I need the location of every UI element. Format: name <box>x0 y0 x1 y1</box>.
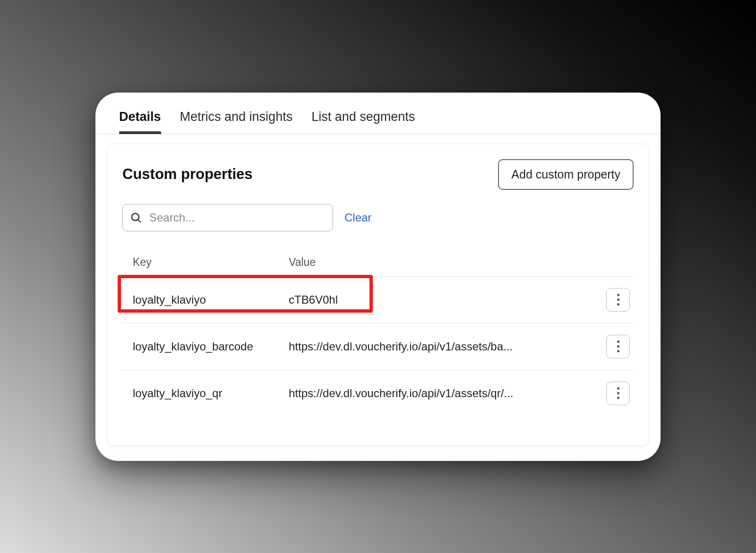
col-header-key: Key <box>133 256 289 269</box>
cell-value: cTB6V0hl <box>289 293 606 306</box>
table-row[interactable]: loyalty_klaviyo cTB6V0hl <box>122 277 634 323</box>
tab-metrics[interactable]: Metrics and insights <box>180 110 293 134</box>
clear-link[interactable]: Clear <box>344 211 371 224</box>
panel-title: Custom properties <box>122 166 253 183</box>
kebab-icon <box>617 294 619 306</box>
cell-key: loyalty_klaviyo <box>133 293 289 306</box>
app-card: Details Metrics and insights List and se… <box>95 93 661 461</box>
kebab-icon <box>617 340 619 352</box>
row-menu-button[interactable] <box>606 335 630 358</box>
row-menu-button[interactable] <box>606 382 630 405</box>
search-wrap <box>122 204 333 231</box>
add-custom-property-button[interactable]: Add custom property <box>498 159 634 190</box>
cell-value: https://dev.dl.voucherify.io/api/v1/asse… <box>289 387 606 400</box>
panel-header: Custom properties Add custom property <box>122 159 634 190</box>
row-menu-button[interactable] <box>606 288 630 312</box>
tabs: Details Metrics and insights List and se… <box>95 93 661 134</box>
search-icon <box>130 212 142 224</box>
table-header: Key Value <box>122 248 634 277</box>
svg-point-0 <box>132 213 139 220</box>
cell-value: https://dev.dl.voucherify.io/api/v1/asse… <box>289 340 606 353</box>
col-header-value: Value <box>289 256 623 269</box>
search-row: Clear <box>122 204 634 231</box>
search-input[interactable] <box>122 204 333 231</box>
cell-key: loyalty_klaviyo_barcode <box>133 340 289 353</box>
tab-details[interactable]: Details <box>119 110 161 134</box>
kebab-icon <box>617 387 619 399</box>
svg-line-1 <box>138 220 140 222</box>
tab-segments[interactable]: List and segments <box>311 110 415 134</box>
table-row[interactable]: loyalty_klaviyo_barcode https://dev.dl.v… <box>122 323 634 370</box>
table-row[interactable]: loyalty_klaviyo_qr https://dev.dl.vouche… <box>122 370 634 417</box>
cell-key: loyalty_klaviyo_qr <box>133 387 289 400</box>
custom-properties-panel: Custom properties Add custom property Cl… <box>107 144 649 446</box>
